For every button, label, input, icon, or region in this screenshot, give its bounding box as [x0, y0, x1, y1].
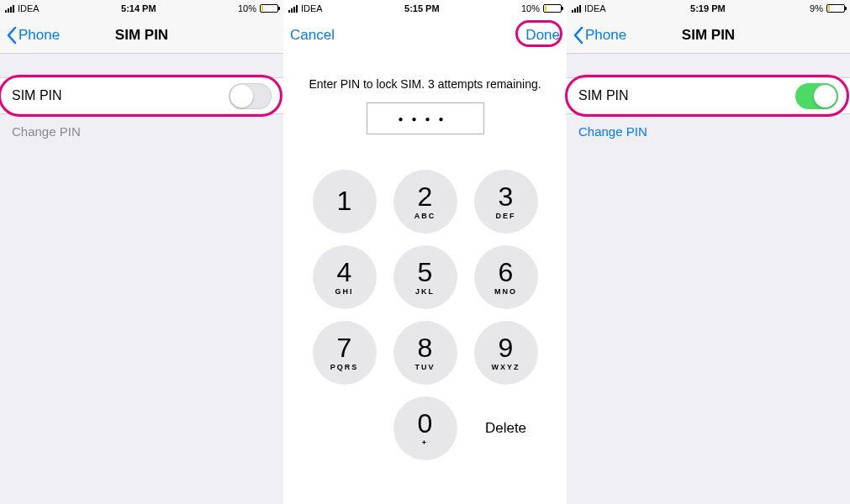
carrier-label: IDEA: [584, 3, 606, 13]
chevron-left-icon: [7, 27, 17, 44]
nav-bar: Cancel Done: [283, 17, 567, 54]
nav-bar: Phone SIM PIN: [0, 17, 283, 54]
key-4[interactable]: 4GHI: [313, 245, 377, 309]
key-0[interactable]: 0+: [393, 396, 457, 460]
cancel-button[interactable]: Cancel: [290, 27, 335, 44]
battery-icon: [826, 4, 845, 13]
nav-bar: Phone SIM PIN: [567, 17, 850, 54]
battery-percent: 9%: [810, 3, 823, 13]
battery-icon: [260, 4, 278, 13]
back-button[interactable]: Phone: [573, 27, 626, 44]
key-7[interactable]: 7PQRS: [313, 321, 377, 385]
key-9[interactable]: 9WXYZ: [474, 321, 538, 385]
status-bar: IDEA 5:15 PM 10%: [283, 0, 567, 17]
carrier-label: IDEA: [18, 3, 40, 13]
sim-pin-row[interactable]: SIM PIN: [0, 77, 283, 114]
key-delete[interactable]: Delete: [474, 396, 538, 460]
key-6[interactable]: 6MNO: [474, 245, 538, 309]
panel-sim-pin-on: IDEA 5:19 PM 9% Phone SIM PIN SIM PIN Ch…: [567, 0, 850, 504]
key-2[interactable]: 2ABC: [393, 170, 457, 234]
signal-icon: [572, 4, 581, 13]
battery-icon: [543, 4, 562, 13]
signal-icon: [288, 4, 298, 13]
status-time: 5:14 PM: [40, 3, 238, 13]
back-label: Phone: [18, 27, 60, 44]
key-blank: [313, 396, 377, 460]
status-time: 5:19 PM: [606, 3, 810, 13]
pin-dots: ●●●●: [398, 114, 451, 123]
change-pin-label: Change PIN: [578, 124, 647, 139]
numeric-keypad: 1 2ABC 3DEF 4GHI 5JKL 6MNO 7PQRS 8TUV 9W…: [283, 170, 567, 460]
pin-input[interactable]: ●●●●: [367, 102, 484, 134]
key-5[interactable]: 5JKL: [393, 245, 457, 309]
status-bar: IDEA 5:19 PM 9%: [567, 0, 850, 17]
chevron-left-icon: [573, 27, 583, 44]
key-1[interactable]: 1: [313, 170, 377, 234]
battery-percent: 10%: [238, 3, 256, 13]
change-pin-label: Change PIN: [12, 124, 81, 139]
key-8[interactable]: 8TUV: [393, 321, 457, 385]
signal-icon: [5, 4, 14, 13]
carrier-label: IDEA: [301, 3, 323, 13]
pin-prompt: Enter PIN to lock SIM. 3 attempts remain…: [283, 77, 567, 91]
sim-pin-label: SIM PIN: [578, 88, 629, 103]
three-panel-layout: IDEA 5:14 PM 10% Phone SIM PIN SIM PIN C…: [0, 0, 850, 504]
battery-percent: 10%: [521, 3, 540, 13]
sim-pin-toggle[interactable]: [795, 83, 838, 109]
change-pin-row: Change PIN: [0, 114, 283, 148]
sim-pin-label: SIM PIN: [12, 88, 62, 103]
panel-sim-pin-off: IDEA 5:14 PM 10% Phone SIM PIN SIM PIN C…: [0, 0, 283, 504]
status-bar: IDEA 5:14 PM 10%: [0, 0, 283, 17]
done-button[interactable]: Done: [525, 27, 560, 44]
status-time: 5:15 PM: [323, 3, 521, 13]
key-3[interactable]: 3DEF: [474, 170, 538, 234]
back-button[interactable]: Phone: [7, 27, 60, 44]
back-label: Phone: [585, 27, 626, 44]
sim-pin-row[interactable]: SIM PIN: [567, 77, 850, 114]
sim-pin-toggle[interactable]: [229, 83, 272, 109]
change-pin-row[interactable]: Change PIN: [567, 114, 850, 148]
panel-enter-pin: IDEA 5:15 PM 10% Cancel Done Enter PIN t…: [283, 0, 567, 504]
